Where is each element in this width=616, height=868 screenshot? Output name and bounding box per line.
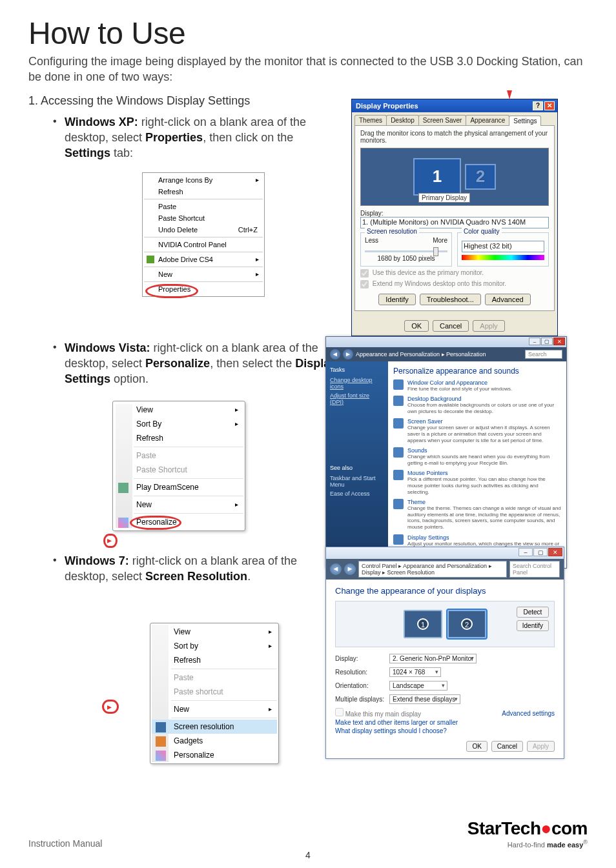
xp-menu-undo[interactable]: Undo DeleteCtrl+Z	[144, 224, 263, 236]
w7-menu-paste-shortcut[interactable]: Paste shortcut	[152, 685, 277, 699]
vista-side-ease[interactable]: Ease of Access	[330, 489, 384, 498]
vista-item-title: Mouse Pointers	[407, 470, 561, 476]
apply-button[interactable]: Apply	[527, 741, 555, 752]
w7-link-what[interactable]: What display settings should I choose?	[335, 727, 555, 734]
back-icon[interactable]: ◄	[330, 563, 342, 575]
close-icon[interactable]: ✕	[548, 548, 562, 556]
w7-menu-gadgets[interactable]: Gadgets	[152, 734, 277, 748]
tab-appearance[interactable]: Appearance	[466, 115, 509, 125]
xp-dp-title-text: Display Properties	[356, 102, 418, 110]
vista-menu-paste-shortcut[interactable]: Paste Shortcut	[114, 463, 243, 477]
vista-item-5[interactable]: ThemeChange the theme. Themes can change…	[393, 499, 561, 530]
maximize-icon[interactable]: ▢	[533, 548, 548, 556]
w7-menu-view[interactable]: View	[152, 625, 277, 639]
xp-res-slider[interactable]	[365, 250, 447, 252]
w7-link-textsize[interactable]: Make text and other items larger or smal…	[335, 719, 555, 726]
vista-menu-new[interactable]: New	[114, 498, 243, 512]
minimize-icon[interactable]: –	[518, 548, 533, 556]
help-icon[interactable]: ?	[533, 101, 543, 110]
vista-item-desc: Change the theme. Themes can change a wi…	[407, 505, 561, 530]
forward-icon[interactable]: ►	[343, 349, 353, 359]
cancel-button[interactable]: Cancel	[491, 741, 523, 752]
xp-dp-titlebar: Display Properties ? ✕	[352, 99, 557, 112]
w7-multi-select[interactable]: Extend these displays	[389, 694, 460, 704]
w7-monitor-2[interactable]: 2	[447, 610, 486, 638]
tab-screensaver[interactable]: Screen Saver	[418, 115, 467, 125]
w7-monitor-area[interactable]: 1 2 Detect Identify	[335, 601, 555, 647]
close-icon[interactable]: ✕	[553, 338, 565, 345]
xp-display-select[interactable]: 1. (Multiple Monitors) on NVIDIA Quadro …	[360, 217, 549, 228]
xp-menu-new[interactable]: New	[144, 268, 263, 280]
w7-menu-refresh[interactable]: Refresh	[152, 653, 277, 667]
w7-display-select[interactable]: 2. Generic Non-PnP Monitor	[389, 654, 477, 663]
tab-themes[interactable]: Themes	[354, 115, 387, 125]
w7-chk-main[interactable]: Make this my main display	[335, 708, 421, 718]
w7-breadcrumb[interactable]: Control Panel ▸ Appearance and Personali…	[358, 561, 507, 578]
vista-menu-paste[interactable]: Paste	[114, 449, 243, 463]
vista-breadcrumb[interactable]: Appearance and Personalization ▸ Persona…	[356, 351, 486, 358]
vista-item-title: Display Settings	[407, 534, 561, 541]
ok-button[interactable]: OK	[466, 741, 487, 752]
vista-item-4[interactable]: Mouse PointersPick a different mouse poi…	[393, 470, 561, 495]
ok-button[interactable]: OK	[404, 320, 429, 332]
xp-menu-nvidia[interactable]: NVIDIA Control Panel	[144, 239, 263, 250]
back-icon[interactable]: ◄	[330, 349, 340, 359]
xp-monitor-2[interactable]: 2	[465, 164, 496, 190]
vista-item-icon	[393, 396, 404, 406]
cancel-button[interactable]: Cancel	[433, 320, 469, 332]
gadgets-icon	[156, 736, 166, 747]
maximize-icon[interactable]: ▢	[541, 338, 553, 345]
vista-side-font[interactable]: Adjust font size (DPI)	[330, 391, 384, 407]
xp-menu-paste-shortcut[interactable]: Paste Shortcut	[144, 212, 263, 224]
w7-menu-screenres[interactable]: Screen resolution	[152, 720, 277, 734]
xp-color-quality-group: Color quality Highest (32 bit)	[457, 232, 549, 267]
identify-button[interactable]: Identify	[378, 294, 415, 305]
identify-button[interactable]: Identify	[517, 620, 549, 631]
minimize-icon[interactable]: –	[529, 338, 540, 345]
vista-search-input[interactable]: Search	[525, 350, 562, 359]
vista-side-change-icons[interactable]: Change desktop icons	[330, 376, 384, 391]
xp-chk-primary[interactable]: Use this device as the primary monitor.	[360, 269, 549, 278]
xp-menu-refresh[interactable]: Refresh	[144, 186, 263, 197]
xp-menu-properties[interactable]: Properties	[144, 283, 263, 295]
w7-lbl-orient: Orientation:	[335, 682, 389, 689]
xp-menu-arrange[interactable]: Arrange Icons By	[144, 174, 263, 186]
xp-menu-paste[interactable]: Paste	[144, 201, 263, 212]
vista-item-0[interactable]: Window Color and AppearanceFine tune the…	[393, 379, 561, 392]
forward-icon[interactable]: ►	[344, 563, 356, 575]
vista-item-3[interactable]: SoundsChange which sounds are heard when…	[393, 447, 561, 466]
xp-color-select[interactable]: Highest (32 bit)	[462, 241, 544, 252]
xp-monitor-1[interactable]: 1	[413, 158, 461, 196]
vista-menu-refresh[interactable]: Refresh	[114, 431, 243, 445]
w7-res-select[interactable]: 1024 × 768	[389, 667, 441, 677]
w7-monitor-1[interactable]: 1	[404, 610, 442, 638]
vista-menu-sort[interactable]: Sort By	[114, 417, 243, 431]
xp-monitor-area[interactable]: 1 2 Primary Display	[360, 148, 549, 206]
vista-item-icon	[393, 534, 404, 545]
w7-menu-personalize[interactable]: Personalize	[152, 748, 277, 762]
vista-side-taskbar[interactable]: Taskbar and Start Menu	[330, 474, 384, 489]
w7-menu-paste[interactable]: Paste	[152, 671, 277, 685]
troubleshoot-button[interactable]: Troubleshoot...	[420, 294, 481, 305]
w7-link-advanced[interactable]: Advanced settings	[502, 710, 555, 717]
w7-search-input[interactable]: Search Control Panel	[509, 561, 560, 578]
xp-chk-extend[interactable]: Extend my Windows desktop onto this moni…	[360, 280, 549, 288]
vista-menu-dreamscene[interactable]: Play DreamScene	[114, 480, 243, 494]
vista-item-2[interactable]: Screen SaverChange your screen saver or …	[393, 418, 561, 443]
w7-menu-sort[interactable]: Sort by	[152, 639, 277, 653]
tab-settings[interactable]: Settings	[509, 116, 541, 126]
w7-orient-select[interactable]: Landscape	[389, 681, 447, 691]
vista-menu-personalize[interactable]: Personalize	[114, 515, 243, 529]
detect-button[interactable]: Detect	[517, 607, 549, 618]
vista-menu-view[interactable]: View	[114, 403, 243, 417]
close-icon[interactable]: ✕	[544, 101, 555, 110]
xp-menu-adobe[interactable]: Adobe Drive CS4	[144, 254, 263, 265]
vista-personalization-window: – ▢ ✕ ◄ ► Appearance and Personalization…	[325, 336, 567, 569]
vista-text-3: option.	[110, 372, 149, 385]
apply-button[interactable]: Apply	[473, 320, 505, 332]
vista-item-1[interactable]: Desktop BackgroundChoose from available …	[393, 396, 561, 414]
tab-desktop[interactable]: Desktop	[386, 115, 419, 125]
w7-menu-new[interactable]: New	[152, 702, 277, 716]
advanced-button[interactable]: Advanced	[485, 294, 531, 305]
vista-item-icon	[393, 470, 404, 480]
